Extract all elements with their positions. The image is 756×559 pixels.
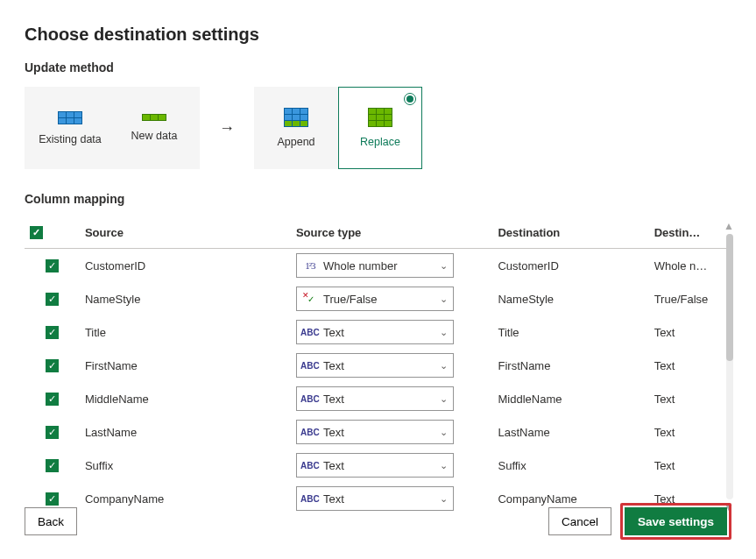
text-type-icon: ABC [302,461,318,471]
page-title: Choose destination settings [25,25,731,45]
source-type-value: True/False [323,293,435,306]
cancel-button[interactable]: Cancel [548,507,611,535]
scroll-up-icon[interactable]: ▲ [724,220,734,232]
replace-icon [368,108,392,127]
column-mapping-label: Column mapping [25,192,731,206]
table-icon-new [142,114,166,121]
destination-type-cell: Text [649,415,731,449]
legend-new-data: New data [121,114,187,142]
header-source-type: Source type [291,218,493,249]
row-checkbox[interactable]: ✓ [46,293,59,306]
text-type-icon: ABC [302,394,318,404]
update-method-label: Update method [25,60,731,74]
destination-cell: MiddleName [492,382,648,415]
method-append-label: Append [277,136,314,148]
column-mapping-area: ✓ Source Source type Destination Destin…… [25,218,731,515]
table-row: ✓MiddleNameABCText⌄MiddleNameText [25,382,731,415]
source-type-value: Text [323,426,435,439]
header-checkbox-cell: ✓ [25,218,80,249]
mapping-table: ✓ Source Source type Destination Destin…… [25,218,731,515]
source-type-value: Text [323,326,435,339]
source-cell: NameStyle [80,282,291,315]
save-highlight: Save settings [620,503,731,540]
source-type-value: Text [323,459,435,472]
save-settings-button[interactable]: Save settings [625,507,727,535]
scrollbar-track[interactable] [726,234,733,499]
table-row: ✓TitleABCText⌄TitleText [25,315,731,349]
select-all-checkbox[interactable]: ✓ [30,226,43,239]
destination-type-cell: True/False [649,282,731,315]
source-type-select[interactable]: ABCText⌄ [296,386,454,411]
text-type-icon: ABC [302,328,318,337]
source-type-select[interactable]: ABCText⌄ [296,353,454,378]
chevron-down-icon: ⌄ [440,327,448,338]
chevron-down-icon: ⌄ [440,360,448,371]
destination-cell: Title [492,315,648,349]
source-type-select[interactable]: ABCText⌄ [296,453,454,478]
row-checkbox[interactable]: ✓ [46,359,59,372]
table-row: ✓FirstNameABCText⌄FirstNameText [25,349,731,382]
header-source: Source [80,218,291,249]
method-replace[interactable]: Replace [338,87,422,169]
table-icon-existing [58,111,82,124]
chevron-down-icon: ⌄ [440,460,448,471]
boolean-type-icon [302,293,318,305]
method-options: Append Replace [254,87,422,169]
text-type-icon: ABC [302,361,318,371]
chevron-down-icon: ⌄ [440,260,448,272]
source-type-select[interactable]: ABCText⌄ [296,320,454,344]
table-row: ✓NameStyleTrue/False⌄NameStyleTrue/False [25,282,731,315]
source-type-value: Whole number [323,259,435,272]
append-icon [284,108,308,127]
source-cell: FirstName [80,349,291,382]
back-button[interactable]: Back [25,507,77,535]
destination-cell: Suffix [492,449,648,482]
arrow-icon: → [219,119,235,138]
data-legend: Existing data New data [25,87,200,169]
source-type-select[interactable]: True/False⌄ [296,287,454,311]
source-type-select[interactable]: 1²3Whole number⌄ [296,253,454,278]
source-type-value: Text [323,359,435,372]
method-replace-label: Replace [360,136,400,148]
destination-type-cell: Text [649,382,731,415]
row-checkbox[interactable]: ✓ [46,393,59,406]
destination-cell: FirstName [492,349,648,382]
source-cell: MiddleName [80,382,291,415]
source-type-value: Text [323,393,435,406]
legend-new-label: New data [131,130,178,142]
destination-cell: NameStyle [492,282,648,315]
text-type-icon: ABC [302,428,318,437]
source-type-select[interactable]: ABCText⌄ [296,420,454,444]
number-type-icon: 1²3 [302,260,318,271]
row-checkbox[interactable]: ✓ [46,259,59,272]
destination-type-cell: Whole n… [649,249,731,283]
source-cell: LastName [80,415,291,449]
destination-cell: CustomerID [492,249,648,283]
method-append[interactable]: Append [254,87,338,169]
row-checkbox[interactable]: ✓ [46,426,59,439]
source-cell: CustomerID [80,249,291,283]
chevron-down-icon: ⌄ [440,294,448,305]
update-method-row: Existing data New data → Append Replace [25,87,731,169]
legend-existing-data: Existing data [37,111,103,145]
destination-cell: LastName [492,415,648,449]
row-checkbox[interactable]: ✓ [46,326,59,339]
chevron-down-icon: ⌄ [440,427,448,438]
header-destination-type: Destin… [649,218,731,249]
footer: Back Cancel Save settings [25,503,731,540]
source-cell: Suffix [80,449,291,482]
table-row: ✓CustomerID1²3Whole number⌄CustomerIDWho… [25,249,731,283]
destination-type-cell: Text [649,349,731,382]
legend-existing-label: Existing data [39,133,102,145]
table-row: ✓LastNameABCText⌄LastNameText [25,415,731,449]
text-type-icon: ABC [302,494,318,504]
selected-radio-icon [404,93,416,105]
destination-type-cell: Text [649,449,731,482]
source-cell: Title [80,315,291,349]
chevron-down-icon: ⌄ [440,393,448,405]
destination-type-cell: Text [649,315,731,349]
row-checkbox[interactable]: ✓ [46,459,59,472]
table-row: ✓SuffixABCText⌄SuffixText [25,449,731,482]
header-destination: Destination [492,218,648,249]
scrollbar-thumb[interactable] [726,234,733,361]
